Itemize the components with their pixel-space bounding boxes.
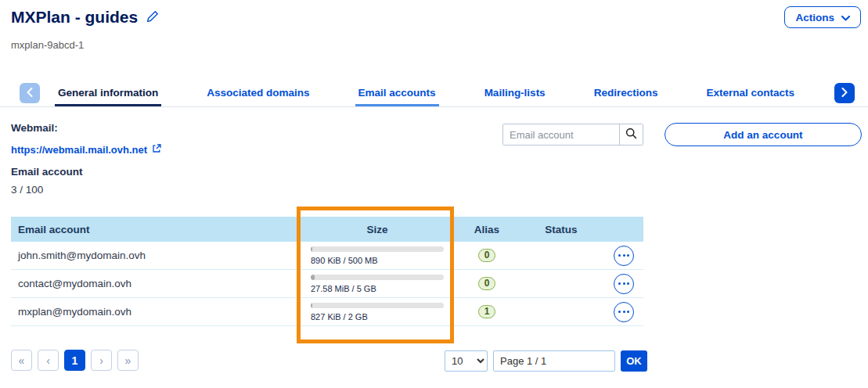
actions-button-label: Actions <box>795 12 834 23</box>
ok-button[interactable]: OK <box>621 350 647 372</box>
row-actions-button[interactable] <box>614 302 634 322</box>
edit-title-button[interactable] <box>146 10 159 25</box>
quota-text: 27.58 MiB / 5 GB <box>311 284 456 293</box>
tabs-bar: General information Associated domains E… <box>0 81 868 107</box>
email-accounts-table: Email account Size Alias Status john.smi… <box>11 217 643 326</box>
page-controls: 10 OK <box>445 350 647 372</box>
alias-cell: 0 <box>456 249 518 262</box>
ellipsis-icon <box>618 282 621 285</box>
tabs-scroll-right-button[interactable] <box>834 83 855 103</box>
add-account-button[interactable]: Add an account <box>665 123 862 146</box>
size-cell: 890 KiB / 500 MB <box>299 246 456 265</box>
size-cell: 27.58 MiB / 5 GB <box>299 275 456 293</box>
table-row: john.smith@mydomain.ovh 890 KiB / 500 MB… <box>11 242 643 270</box>
quota-progress-bar <box>311 246 444 252</box>
row-actions-button[interactable] <box>614 246 634 266</box>
quota-text: 890 KiB / 500 MB <box>311 256 456 265</box>
actions-cell <box>604 274 643 294</box>
quota-text: 827 KiB / 2 GB <box>311 312 456 322</box>
ellipsis-icon <box>618 254 621 257</box>
tab-redirections[interactable]: Redirections <box>591 81 661 106</box>
search-button[interactable] <box>619 124 643 145</box>
column-header-alias: Alias <box>456 224 518 235</box>
actions-cell <box>604 302 643 322</box>
page-size-select[interactable]: 10 <box>445 350 488 372</box>
quota-progress-bar <box>311 303 444 308</box>
quota-progress-bar <box>311 275 444 280</box>
webmail-link[interactable]: https://webmail.mail.ovh.net <box>11 144 161 156</box>
table-row: mxplan@mydomain.ovh 827 KiB / 2 GB 1 <box>11 298 643 326</box>
email-account-count-value: 3 / 100 <box>11 184 43 196</box>
row-actions-button[interactable] <box>614 274 634 294</box>
pagination-first-button[interactable]: « <box>11 350 32 371</box>
chevron-right-icon <box>841 88 848 99</box>
search-input[interactable] <box>503 124 619 145</box>
actions-button[interactable]: Actions <box>784 6 861 28</box>
pagination-prev-button[interactable]: ‹ <box>38 350 59 371</box>
alias-cell: 0 <box>456 277 518 290</box>
page-indicator-input[interactable] <box>493 350 615 372</box>
size-cell: 827 KiB / 2 GB <box>299 303 456 322</box>
pagination-last-button[interactable]: » <box>117 350 139 371</box>
alias-count-badge: 1 <box>478 305 495 318</box>
search-icon <box>625 128 637 142</box>
tab-general-information[interactable]: General information <box>55 81 161 106</box>
alias-count-badge: 0 <box>478 277 495 290</box>
header: MXPlan - guides <box>11 8 159 27</box>
column-header-status: Status <box>518 224 604 235</box>
external-link-icon <box>152 144 161 156</box>
tab-email-accounts[interactable]: Email accounts <box>355 81 439 106</box>
alias-count-badge: 0 <box>478 249 495 262</box>
alias-cell: 1 <box>456 305 518 318</box>
email-cell: john.smith@mydomain.ovh <box>11 250 299 261</box>
column-header-email-account: Email account <box>11 224 299 235</box>
chevron-down-icon <box>841 12 850 23</box>
email-cell: contact@mydomain.ovh <box>11 278 299 289</box>
webmail-link-text: https://webmail.mail.ovh.net <box>11 144 147 156</box>
pencil-icon <box>146 10 159 25</box>
pagination-page-1-button[interactable]: 1 <box>64 350 85 371</box>
page-title: MXPlan - guides <box>11 8 138 27</box>
chevron-left-icon <box>27 88 33 99</box>
search-group <box>502 124 643 146</box>
tab-external-contacts[interactable]: External contacts <box>703 81 798 106</box>
table-header-row: Email account Size Alias Status <box>11 217 643 242</box>
pagination: « ‹ 1 › » <box>11 350 139 371</box>
email-cell: mxplan@mydomain.ovh <box>11 306 299 318</box>
tab-mailing-lists[interactable]: Mailing-lists <box>481 81 549 106</box>
ellipsis-icon <box>618 311 621 313</box>
table-row: contact@mydomain.ovh 27.58 MiB / 5 GB 0 <box>11 270 643 298</box>
tabs-scroll-left-button[interactable] <box>20 83 40 103</box>
email-account-count-label: Email account <box>11 166 83 178</box>
webmail-label: Webmail: <box>11 122 58 134</box>
tabs-nav: General information Associated domains E… <box>55 81 798 106</box>
actions-cell <box>604 246 643 266</box>
mxplan-service-page: MXPlan - guides Actions mxplan-9abcd-1 G… <box>0 0 868 388</box>
service-id: mxplan-9abcd-1 <box>11 39 84 51</box>
pagination-next-button[interactable]: › <box>91 350 112 371</box>
column-header-size: Size <box>299 224 456 235</box>
tab-associated-domains[interactable]: Associated domains <box>203 81 312 106</box>
